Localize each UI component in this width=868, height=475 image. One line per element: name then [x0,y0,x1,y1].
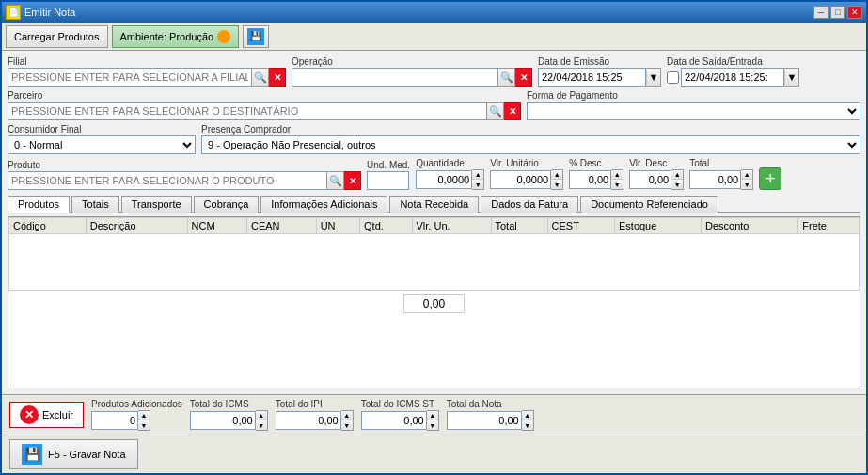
data-emissao-dropdown[interactable]: ▼ [646,68,661,87]
tab-totais[interactable]: Totais [71,196,119,213]
total-ipi-label: Total do IPI [276,399,354,409]
title-bar-controls: ─ □ ✕ [813,6,862,19]
load-products-button[interactable]: Carregar Produtos [6,25,108,48]
total-produto-label: Total [689,158,753,168]
tab-nota-recebida[interactable]: Nota Recebida [389,196,479,213]
tab-documento-referenciado[interactable]: Documento Referenciado [580,196,718,213]
quantidade-spin-up[interactable]: ▲ [472,170,483,180]
quantidade-spin-buttons: ▲ ▼ [472,169,484,190]
vlr-unitario-input[interactable] [490,170,551,189]
data-saida-dropdown[interactable]: ▼ [784,68,799,87]
tab-produtos[interactable]: Produtos [8,196,70,213]
produtos-adicionados-spin-down[interactable]: ▼ [138,420,150,430]
products-table-container[interactable]: Código Descrição NCM CEAN UN Qtd. Vlr. U… [8,216,860,388]
close-button[interactable]: ✕ [847,6,862,19]
grand-total-display: 0,00 [403,294,465,313]
tab-informacoes-adicionais[interactable]: Informações Adicionais [260,196,387,213]
consumidor-final-select[interactable]: 0 - Normal [8,135,196,154]
presenca-comprador-field: Presença Comprador 9 - Operação Não Pres… [201,124,860,154]
vlr-unitario-spin-down[interactable]: ▼ [551,180,562,189]
parceiro-search-button[interactable]: 🔍 [487,102,504,120]
col-cest: CEST [547,218,614,234]
tab-transporte[interactable]: Transporte [121,196,192,213]
save-floppy-icon: 💾 [22,444,42,465]
total-ipi-spin-down[interactable]: ▼ [341,420,353,430]
produtos-adicionados-label: Produtos Adicionados [91,399,182,409]
total-icms-st-spin-down[interactable]: ▼ [427,420,438,430]
data-saida-checkbox[interactable] [667,71,679,84]
produtos-adicionados-input[interactable] [91,411,138,430]
row-1: Filial 🔍 ✕ Operação 🔍 ✕ Data de Emissão [8,56,860,87]
forma-pagamento-field: Forma de Pagamento [527,90,860,120]
vlr-desc-spinner: ▲ ▼ [629,169,684,190]
und-med-input[interactable] [367,171,409,190]
col-ncm: NCM [187,218,246,234]
tab-dados-fatura[interactable]: Dados da Fatura [481,196,578,213]
filial-clear-button[interactable]: ✕ [269,68,286,87]
vlr-unitario-spin-up[interactable]: ▲ [551,170,562,180]
vlr-desc-spin-down[interactable]: ▼ [671,180,683,189]
vlr-desc-spin-up[interactable]: ▲ [671,170,683,180]
produto-input-group: 🔍 ✕ [8,171,361,190]
total-icms-spin-down[interactable]: ▼ [256,420,267,430]
add-product-button[interactable]: + [759,167,781,190]
total-produto-spin-up[interactable]: ▲ [741,170,752,180]
quantidade-spin-down[interactable]: ▼ [472,180,483,189]
produto-input[interactable] [8,171,327,190]
pct-desc-input[interactable] [569,170,611,189]
parceiro-input[interactable] [8,102,487,120]
forma-pagamento-select[interactable] [527,102,860,120]
grand-total-row: 0,00 [8,291,860,317]
produto-search-button[interactable]: 🔍 [327,171,344,190]
col-descricao: Descrição [86,218,187,234]
environment-button[interactable]: Ambiente: Produção [112,25,240,48]
total-icms-spinner: ▲ ▼ [190,410,268,431]
total-icms-st-input[interactable] [361,411,427,430]
data-saida-input[interactable] [681,68,784,87]
minimize-button[interactable]: ─ [813,6,829,19]
tab-cobranca[interactable]: Cobrança [194,196,260,213]
excluir-button[interactable]: ✕ Excluir [9,402,84,428]
total-nota-input[interactable] [447,411,522,430]
operacao-clear-button[interactable]: ✕ [515,68,532,87]
operacao-input[interactable] [292,68,498,87]
vlr-desc-input[interactable] [629,170,671,189]
total-nota-spin-up[interactable]: ▲ [522,411,533,420]
pct-desc-spin-up[interactable]: ▲ [611,170,623,180]
data-emissao-group: ▼ [538,68,661,87]
total-icms-st-field: Total do ICMS ST ▲ ▼ [361,399,439,431]
toolbar-save-button[interactable]: 💾 [243,25,269,48]
total-icms-input[interactable] [190,411,256,430]
pct-desc-spin-down[interactable]: ▼ [611,180,623,189]
total-produto-spin-down[interactable]: ▼ [741,180,752,189]
save-button-label: F5 - Gravar Nota [48,449,126,460]
total-nota-spinner: ▲ ▼ [447,410,534,431]
operacao-search-button[interactable]: 🔍 [498,68,515,87]
save-button[interactable]: 💾 F5 - Gravar Nota [9,439,138,469]
filial-input[interactable] [8,68,252,87]
presenca-comprador-select[interactable]: 9 - Operação Não Presencial, outros [201,135,860,154]
title-bar: 📄 Emitir Nota ─ □ ✕ [2,2,866,23]
total-ipi-input[interactable] [276,411,341,430]
und-med-field: Und. Med. [367,160,410,190]
total-icms-st-spin-up[interactable]: ▲ [427,411,438,420]
save-icon: 💾 [247,28,264,45]
parceiro-clear-button[interactable]: ✕ [504,102,521,120]
quantidade-spinner: ▲ ▼ [416,169,484,190]
pct-desc-spinner: ▲ ▼ [569,169,623,190]
total-ipi-spin-up[interactable]: ▲ [341,411,353,420]
data-emissao-input[interactable] [538,68,646,87]
parceiro-field: Parceiro 🔍 ✕ [8,90,521,120]
row-2: Parceiro 🔍 ✕ Forma de Pagamento [8,90,860,120]
produtos-adicionados-spin-up[interactable]: ▲ [138,411,150,420]
total-produto-spin-buttons: ▲ ▼ [741,169,753,190]
produto-clear-button[interactable]: ✕ [344,171,361,190]
filial-search-button[interactable]: 🔍 [252,68,269,87]
total-icms-spin-up[interactable]: ▲ [256,411,267,420]
quantidade-input[interactable] [416,170,472,189]
total-produto-input[interactable] [689,170,741,189]
total-nota-spin-down[interactable]: ▼ [522,420,533,430]
maximize-button[interactable]: □ [830,6,845,19]
operacao-input-group: 🔍 ✕ [292,68,532,87]
vlr-unitario-field: Vlr. Unitário ▲ ▼ [490,158,563,190]
